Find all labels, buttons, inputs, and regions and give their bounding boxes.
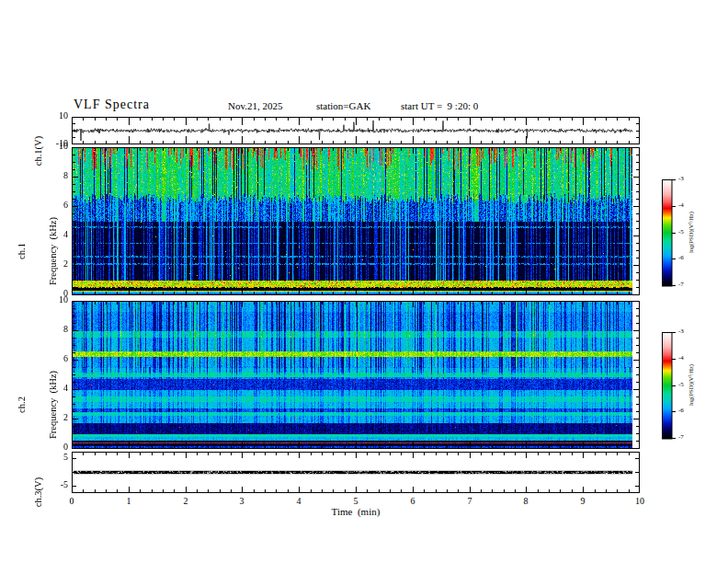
colorbar1-tick-label--5: -5 [678,229,693,236]
plot-title: VLF Spectra [74,98,150,112]
ch1-voltage-label-text: ch.1(V) [33,123,44,178]
colorbar2-tick-label--4: -4 [678,355,693,362]
ch1-waveform-canvas [72,117,640,144]
colorbar2-tick-label--5: -5 [678,382,693,388]
spec1-ytick-label-10: 10 [46,142,68,151]
colorbar1-tick-label--3: -3 [678,176,693,182]
colorbar1-tick-label--4: -4 [678,202,693,209]
time-tick-label-4: 4 [288,497,310,506]
ch3-voltage-label-text: ch.3(V) [33,465,44,520]
plot-start-ut: start UT = 9 :20: 0 [401,100,478,111]
spec2-ytick-label-4: 4 [46,384,68,393]
time-tick-label-10: 10 [629,497,651,506]
ch2-spectrogram-canvas [72,301,640,449]
time-tick-label-8: 8 [515,497,537,506]
spec1-ytick-label-8: 8 [46,171,68,180]
spec2-ytick-label-2: 2 [46,413,68,422]
colorbar-ch1-canvas [662,179,677,287]
plot-date: Nov.21, 2025 [228,100,282,111]
colorbar1-tick-label--6: -6 [678,255,693,261]
time-tick-label-3: 3 [231,497,253,506]
ch3-waveform-canvas [72,452,640,493]
time-tick-label-1: 1 [118,497,140,506]
spec2-ytick-label-0: 0 [46,442,68,452]
ch3-ymax-tick-label: 5 [46,453,68,462]
colorbar-ch2-canvas [662,332,677,440]
colorbar2-tick-label--7: -7 [678,434,693,441]
ch1-channel-label-text: ch.1 [17,196,28,306]
ch2-channel-label-text: ch.2 [17,350,28,460]
spec1-ytick-label-4: 4 [46,230,68,239]
time-tick-label-5: 5 [345,497,367,506]
ch3-ymin-tick-label: -5 [46,480,68,489]
time-axis-label: Time (min) [301,507,411,517]
spec2-ytick-label-8: 8 [46,325,68,334]
plot-station: station=GAK [316,100,370,111]
time-tick-label-2: 2 [175,497,197,506]
ch1-voltage-axis-label: ch.1(V) [13,123,64,178]
spec2-ytick-label-10: 10 [46,295,68,304]
ch3-voltage-axis-label: ch.3(V) [13,465,64,520]
spec2-ytick-label-6: 6 [46,354,68,363]
time-tick-label-0: 0 [61,497,83,506]
ch1-ymax-tick-label: 10 [46,111,68,121]
time-tick-label-6: 6 [402,497,424,506]
time-tick-label-9: 9 [572,497,594,506]
colorbar2-tick-label--6: -6 [678,408,693,414]
spec1-ytick-label-2: 2 [46,259,68,269]
colorbar2-tick-label--3: -3 [678,328,693,335]
time-tick-label-7: 7 [459,497,481,506]
spec1-ytick-label-6: 6 [46,201,68,210]
vlf-spectra-plot: VLF Spectra Nov.21, 2025 station=GAK sta… [0,0,728,563]
colorbar1-tick-label--7: -7 [678,282,693,288]
ch1-spectrogram-canvas [72,147,640,295]
